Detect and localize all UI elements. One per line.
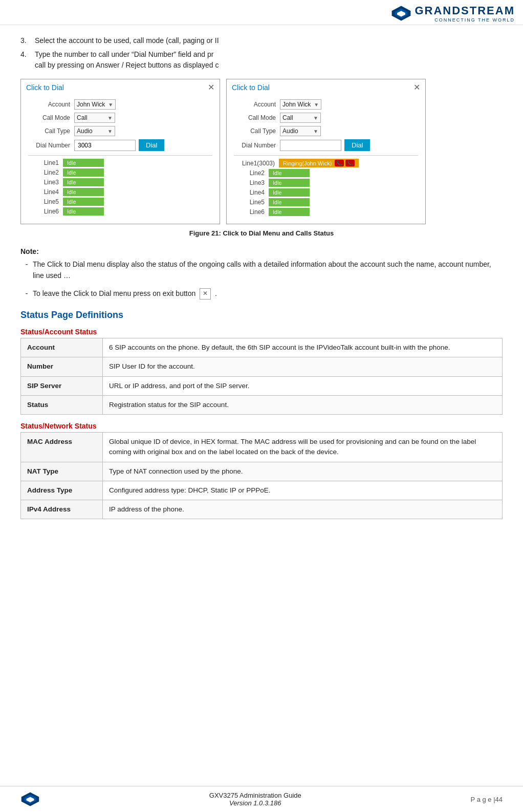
- right-account-arrow: ▼: [314, 102, 319, 108]
- line5-label: Line5: [28, 198, 59, 205]
- right-account-label: Account: [234, 101, 276, 108]
- dialog-right-callmode-row: Call Mode Call ▼: [234, 113, 418, 123]
- right-call-type-arrow: ▼: [313, 129, 318, 134]
- dialog-left-calltype-row: Call Type Audio ▼: [28, 126, 212, 136]
- answer-icon[interactable]: 📞: [335, 160, 344, 166]
- footer-logo: [20, 792, 40, 807]
- account-status-heading: Status/Account Status: [20, 328, 503, 336]
- right-line6-label: Line6: [234, 208, 265, 216]
- right-line-row-3: Line3 Idle: [234, 179, 418, 187]
- page-header: GRANDSTREAM CONNECTING THE WORLD: [0, 0, 523, 25]
- right-line-row-1: Line1(3003) Ringing(John Wick) 📞 📞: [234, 159, 418, 167]
- right-call-mode-select[interactable]: Call ▼: [280, 113, 321, 123]
- logo-tagline: CONNECTING THE WORLD: [434, 17, 515, 23]
- table-row: Account 6 SIP accounts on the phone. By …: [21, 338, 503, 357]
- line-row-4: Line4 Idle: [28, 188, 212, 196]
- right-line4-label: Line4: [234, 189, 265, 196]
- intro-item-3: 3. Select the account to be used, call m…: [20, 35, 503, 46]
- table-row: SIP Server URL or IP address, and port o…: [21, 376, 503, 395]
- section-heading: Status Page Definitions: [20, 310, 503, 320]
- dialog-right-dial-row: Dial Number Dial: [234, 139, 418, 151]
- note-item-2: - To leave the Click to Dial menu press …: [20, 288, 503, 300]
- def-sip-server: URL or IP address, and port of the SIP s…: [103, 376, 503, 395]
- call-mode-label: Call Mode: [28, 114, 70, 121]
- note-section: Note: - The Click to Dial menu display a…: [20, 247, 503, 300]
- right-call-mode-arrow: ▼: [313, 115, 318, 121]
- term-nat: NAT Type: [21, 462, 103, 481]
- right-line5-label: Line5: [234, 199, 265, 206]
- logo-brand-name: GRANDSTREAM: [415, 4, 515, 17]
- dialog-right-header: Click to Dial ✕: [227, 79, 425, 95]
- right-line-row-5: Line5 Idle: [234, 198, 418, 206]
- note-list: - The Click to Dial menu display also th…: [20, 259, 503, 300]
- right-call-type-select[interactable]: Audio ▼: [280, 126, 321, 136]
- call-type-arrow: ▼: [107, 129, 113, 134]
- call-mode-arrow: ▼: [107, 115, 113, 121]
- main-content: 3. Select the account to be used, call m…: [0, 25, 523, 535]
- right-divider: [234, 155, 418, 156]
- dialog-left-title: Click to Dial: [26, 83, 64, 92]
- dialog-left: Click to Dial ✕ Account John Wick ▼ Call…: [20, 79, 220, 224]
- line4-label: Line4: [28, 188, 59, 196]
- logo-text-area: GRANDSTREAM CONNECTING THE WORLD: [415, 4, 515, 23]
- right-line4-status: Idle: [269, 188, 310, 197]
- call-type-select[interactable]: Audio ▼: [74, 126, 115, 136]
- table-row: MAC Address Global unique ID of device, …: [21, 433, 503, 462]
- dialog-left-callmode-row: Call Mode Call ▼: [28, 113, 212, 123]
- network-status-heading: Status/Network Status: [20, 422, 503, 430]
- right-call-mode-label: Call Mode: [234, 114, 276, 121]
- right-dial-number-label: Dial Number: [234, 142, 276, 149]
- right-line3-label: Line3: [234, 179, 265, 186]
- def-address-type: Configured address type: DHCP, Static IP…: [103, 481, 503, 500]
- line1-label: Line1: [28, 159, 59, 166]
- dial-button[interactable]: Dial: [139, 139, 164, 151]
- ringing-icons: 📞 📞: [335, 160, 355, 166]
- line6-label: Line6: [28, 208, 59, 215]
- line-row-3: Line3 Idle: [28, 178, 212, 186]
- dialog-left-close-button[interactable]: ✕: [208, 82, 214, 92]
- dial-number-label: Dial Number: [28, 142, 70, 149]
- note-title: Note:: [20, 247, 503, 255]
- status-page-section: Status Page Definitions Status/Account S…: [20, 310, 503, 519]
- right-call-type-label: Call Type: [234, 127, 276, 135]
- right-dial-button[interactable]: Dial: [344, 139, 370, 151]
- right-line2-label: Line2: [234, 169, 265, 177]
- right-account-select[interactable]: John Wick ▼: [280, 99, 321, 110]
- line3-status: Idle: [63, 178, 104, 186]
- def-ipv4: IP address of the phone.: [103, 500, 503, 519]
- right-line-row-2: Line2 Idle: [234, 169, 418, 177]
- def-account: 6 SIP accounts on the phone. By default,…: [103, 338, 503, 357]
- dialog-left-dial-row: Dial Number Dial: [28, 139, 212, 151]
- line6-status: Idle: [63, 207, 104, 216]
- logo-area: GRANDSTREAM CONNECTING THE WORLD: [391, 4, 515, 23]
- grandstream-logo-icon: [391, 5, 411, 22]
- table-row: Status Registration status for the SIP a…: [21, 395, 503, 414]
- right-line1-label: Line1(3003): [234, 160, 275, 167]
- dialog-left-account-row: Account John Wick ▼: [28, 99, 212, 110]
- exit-icon: ✕: [200, 288, 211, 300]
- line4-status: Idle: [63, 188, 104, 196]
- dial-number-input[interactable]: [74, 140, 136, 151]
- table-row: NAT Type Type of NAT connection used by …: [21, 462, 503, 481]
- note-item-1: - The Click to Dial menu display also th…: [20, 259, 503, 282]
- call-mode-select[interactable]: Call ▼: [74, 113, 115, 123]
- line-row-2: Line2 Idle: [28, 168, 212, 177]
- divider: [28, 155, 212, 156]
- term-address-type: Address Type: [21, 481, 103, 500]
- intro-list: 3. Select the account to be used, call m…: [20, 35, 503, 71]
- right-line3-status: Idle: [269, 179, 310, 187]
- def-mac: Global unique ID of device, in HEX forma…: [103, 433, 503, 462]
- call-type-label: Call Type: [28, 127, 70, 135]
- def-status: Registration status for the SIP account.: [103, 395, 503, 414]
- line2-status: Idle: [63, 168, 104, 177]
- right-line-row-4: Line4 Idle: [234, 188, 418, 197]
- line-row-6: Line6 Idle: [28, 207, 212, 216]
- dialog-right-body: Account John Wick ▼ Call Mode Call ▼ Cal…: [227, 95, 425, 224]
- reject-icon[interactable]: 📞: [345, 160, 355, 166]
- dialog-right-close-button[interactable]: ✕: [413, 82, 420, 92]
- dialog-right-account-row: Account John Wick ▼: [234, 99, 418, 110]
- right-dial-number-input[interactable]: [280, 140, 341, 151]
- account-label: Account: [28, 101, 70, 108]
- table-row: Number SIP User ID for the account.: [21, 357, 503, 376]
- account-select[interactable]: John Wick ▼: [74, 99, 116, 110]
